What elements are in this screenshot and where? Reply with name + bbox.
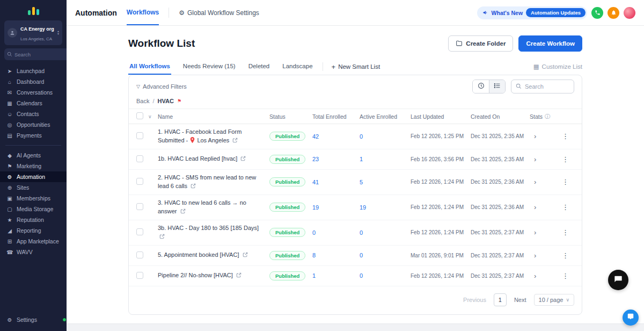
whats-new-button[interactable]: What's New Automation Updates — [477, 6, 587, 19]
automation-updates-badge[interactable]: Automation Updates — [526, 8, 586, 17]
history-view-button[interactable] — [473, 80, 489, 93]
customize-list-button[interactable]: ▦ Customize List — [533, 63, 582, 70]
pagination-previous-button[interactable]: Previous — [463, 297, 486, 303]
row-actions-menu-icon[interactable]: ⋮ — [557, 178, 574, 186]
table-search[interactable] — [511, 80, 574, 93]
workflow-name-link[interactable]: Pipeline 2// No-show [HVAC] — [158, 268, 269, 284]
row-actions-menu-icon[interactable]: ⋮ — [557, 155, 574, 163]
active-enrolled-value[interactable]: 0 — [360, 272, 411, 279]
row-actions-menu-icon[interactable]: ⋮ — [557, 251, 574, 260]
total-enrolled-value[interactable]: 8 — [312, 252, 360, 258]
sidebar-nav-item[interactable]: ☎ WAVV — [0, 247, 67, 257]
contacts-icon[interactable]: ☺ Contacts — [0, 109, 67, 119]
workflow-tab[interactable]: All Workflows — [128, 59, 171, 75]
external-link-icon[interactable] — [158, 233, 165, 240]
sidebar-nav-item[interactable]: ⊞ App Marketplace — [0, 236, 67, 247]
row-checkbox[interactable] — [136, 228, 143, 235]
create-folder-button[interactable]: Create Folder — [448, 35, 513, 52]
sidebar-nav-item[interactable]: ⚑ Marketing — [0, 161, 67, 171]
user-avatar[interactable] — [624, 7, 635, 19]
table-row[interactable]: 5. Appointment booked [HVAC] Published 8… — [129, 246, 582, 266]
stats-chevron-icon[interactable]: › — [530, 251, 557, 260]
workflow-name-link[interactable]: 3. HVAC to new lead 6 calls → no answer — [158, 195, 269, 220]
support-messenger-button[interactable] — [623, 310, 639, 326]
active-enrolled-value[interactable]: 5 — [360, 179, 411, 185]
row-actions-menu-icon[interactable]: ⋮ — [557, 272, 574, 280]
active-enrolled-value[interactable]: 0 — [360, 133, 411, 140]
opportunities-icon[interactable]: ◎ Opportunities — [0, 119, 67, 130]
pagination-next-button[interactable]: Next — [514, 297, 526, 303]
external-link-icon[interactable] — [241, 251, 248, 258]
create-workflow-button[interactable]: Create Workflow — [518, 35, 582, 52]
sidebar-nav-item[interactable]: ⚙ Automation — [0, 171, 67, 182]
table-row[interactable]: 3. HVAC to new lead 6 calls → no answer … — [129, 195, 582, 220]
sidebar-nav-item[interactable]: ◢ Reporting — [0, 225, 67, 236]
new-smart-list-button[interactable]: + New Smart List — [323, 62, 380, 71]
workflow-tab[interactable]: Landscape — [281, 59, 313, 75]
external-link-icon[interactable] — [239, 155, 246, 162]
workflow-name-link[interactable]: 1b. HVAC Lead Replied [hvac] — [158, 151, 269, 167]
total-enrolled-value[interactable]: 0 — [312, 229, 360, 236]
select-all-caret-icon[interactable]: ∨ — [148, 114, 158, 119]
breadcrumb-back-link[interactable]: Back — [136, 98, 149, 104]
sidebar-nav-item[interactable]: ▣ Memberships — [0, 193, 67, 204]
org-switcher[interactable]: CA Energy org Los Angeles, CA ▴▾ — [4, 20, 62, 45]
conversations-icon[interactable]: ✉ Conversations — [0, 87, 67, 98]
total-enrolled-value[interactable]: 19 — [312, 204, 360, 211]
stats-chevron-icon[interactable]: › — [530, 132, 557, 140]
sidebar-item-settings[interactable]: ⚙ Settings — [0, 314, 67, 326]
tab-global-workflow-settings[interactable]: ⚙ Global Workflow Settings — [179, 0, 259, 25]
workflow-name-link[interactable]: 3b. HVAC - Day 180 to 365 [185 Days] — [158, 220, 269, 245]
calendars-icon[interactable]: ▦ Calendars — [0, 98, 67, 109]
external-link-icon[interactable] — [235, 272, 241, 278]
table-row[interactable]: 2. HVAC - SMS from new lead to new lead … — [129, 170, 582, 195]
table-row[interactable]: Pipeline 2// No-show [HVAC] Published 1 … — [129, 266, 582, 286]
sidebar-nav-item[interactable]: ⊕ Sites — [0, 182, 67, 193]
row-actions-menu-icon[interactable]: ⋮ — [557, 228, 574, 236]
workflow-name-link[interactable]: 2. HVAC - SMS from new lead to new lead … — [158, 170, 269, 195]
row-actions-menu-icon[interactable]: ⋮ — [557, 203, 574, 211]
phone-button[interactable] — [591, 7, 603, 19]
list-view-button[interactable] — [489, 80, 505, 93]
external-link-icon[interactable] — [179, 208, 186, 214]
dashboard-icon[interactable]: ⌂ Dashboard — [0, 76, 67, 87]
total-enrolled-value[interactable]: 23 — [312, 156, 360, 162]
row-checkbox[interactable] — [136, 203, 143, 210]
stats-chevron-icon[interactable]: › — [530, 203, 557, 211]
notifications-button[interactable] — [608, 7, 619, 19]
external-link-icon[interactable] — [231, 137, 238, 143]
total-enrolled-value[interactable]: 1 — [312, 272, 360, 279]
row-checkbox[interactable] — [136, 178, 143, 185]
select-all-checkbox[interactable] — [136, 112, 143, 119]
info-icon[interactable]: ⓘ — [545, 113, 550, 120]
active-enrolled-value[interactable]: 1 — [360, 156, 411, 162]
active-enrolled-value[interactable]: 0 — [360, 229, 411, 236]
page-size-select[interactable]: 10 / page ∨ — [534, 294, 574, 306]
sidebar-nav-item[interactable]: ◆ AI Agents — [0, 150, 67, 161]
active-enrolled-value[interactable]: 19 — [360, 204, 411, 211]
launchpad-icon[interactable]: ➤ Launchpad — [0, 66, 67, 76]
external-link-icon[interactable] — [189, 183, 196, 189]
pagination-current-page[interactable]: 1 — [494, 293, 507, 306]
workflow-name-link[interactable]: 5. Appointment booked [HVAC] — [158, 247, 269, 263]
chat-fab-button[interactable] — [608, 270, 628, 290]
table-search-input[interactable] — [525, 83, 569, 90]
stats-chevron-icon[interactable]: › — [530, 272, 557, 280]
tab-workflows[interactable]: Workflows — [127, 0, 159, 25]
sidebar-nav-item[interactable]: ★ Reputation — [0, 214, 67, 225]
payments-icon[interactable]: ▤ Payments — [0, 130, 67, 141]
table-row[interactable]: 3b. HVAC - Day 180 to 365 [185 Days] Pub… — [129, 220, 582, 246]
row-actions-menu-icon[interactable]: ⋮ — [557, 132, 574, 140]
workflow-tab[interactable]: Needs Review (15) — [182, 59, 237, 75]
workflow-tab[interactable]: Deleted — [247, 59, 271, 75]
active-enrolled-value[interactable]: 0 — [360, 252, 411, 258]
total-enrolled-value[interactable]: 42 — [312, 133, 360, 140]
stats-chevron-icon[interactable]: › — [530, 155, 557, 163]
row-checkbox[interactable] — [136, 272, 143, 279]
table-row[interactable]: 1. HVAC - Facebook Lead Form Submitted -… — [129, 124, 582, 149]
row-checkbox[interactable] — [136, 251, 143, 258]
stats-chevron-icon[interactable]: › — [530, 178, 557, 186]
total-enrolled-value[interactable]: 41 — [312, 179, 360, 185]
sidebar-nav-item[interactable]: ▢ Media Storage — [0, 204, 67, 214]
advanced-filters-button[interactable]: ▽ Advanced Filters — [136, 83, 187, 90]
